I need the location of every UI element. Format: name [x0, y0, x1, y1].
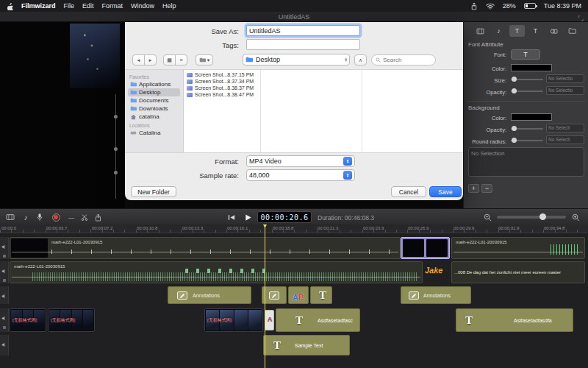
location-popup[interactable]: Desktop ▴▾ — [243, 54, 350, 66]
letter-a-sticker-clip[interactable]: A — [265, 310, 274, 330]
zoom-out-icon[interactable] — [482, 209, 492, 225]
keyframes[interactable] — [185, 269, 272, 273]
up-folder-button[interactable]: ∧ — [354, 54, 367, 66]
blade-icon[interactable] — [79, 209, 90, 225]
selected-video-clip[interactable] — [401, 237, 450, 259]
speaker-icon[interactable] — [1, 289, 7, 302]
sidebar-item-applications[interactable]: Applications — [128, 80, 180, 88]
video-clip[interactable]: [无损格式图] — [48, 308, 95, 332]
speaker-icon[interactable] — [1, 337, 7, 350]
sidebar-item-downloads[interactable]: Downloads — [128, 105, 180, 113]
save-as-input[interactable] — [246, 25, 360, 36]
menu-help[interactable]: Help — [162, 2, 176, 10]
title-inspector-icon[interactable]: T — [528, 25, 543, 37]
speaker-icon[interactable] — [1, 239, 7, 252]
list-view-button[interactable]: ≡ — [175, 54, 187, 66]
track-option-icon[interactable] — [3, 279, 6, 282]
icon-view-button[interactable]: ▦ — [163, 54, 176, 66]
app-menu[interactable]: Filmwizard — [21, 2, 56, 10]
library-inspector-icon[interactable] — [564, 25, 580, 37]
zoom-slider-knob[interactable] — [539, 213, 546, 220]
bg-opacity-slider[interactable] — [511, 125, 543, 132]
file-row[interactable]: Screen Shot...8.38.47 PM — [184, 91, 259, 98]
size-slider[interactable] — [511, 76, 543, 82]
size-field[interactable]: No Selectio — [546, 74, 584, 83]
track-option-icon[interactable] — [3, 255, 6, 258]
music-note-icon[interactable]: ♪ — [21, 209, 31, 225]
remove-button[interactable]: − — [481, 184, 492, 193]
menu-edit[interactable]: Edit — [82, 2, 94, 10]
opacity-slider[interactable] — [511, 88, 543, 94]
jake-sticker[interactable]: Jake — [425, 266, 442, 275]
text-inspector-icon[interactable]: T — [509, 25, 525, 37]
text-title-clip[interactable]: T Sample Text — [263, 335, 350, 355]
wifi-icon[interactable] — [486, 3, 495, 10]
format-popup[interactable]: MP4 Video ▴▾ — [246, 155, 355, 167]
airplay-icon[interactable] — [470, 2, 478, 10]
save-button[interactable]: Save — [429, 186, 462, 197]
mic-icon[interactable] — [35, 209, 44, 225]
track-option-icon[interactable] — [3, 326, 6, 329]
sample-rate-popup[interactable]: 48,000 ▴▾ — [246, 169, 355, 181]
file-row[interactable]: Screen Shot...8.37.34 PM — [184, 78, 259, 85]
audio-inspector-icon[interactable]: ♪ — [491, 25, 506, 37]
action-menu-button[interactable]: ▾ — [196, 54, 213, 66]
video-clip[interactable]: math-e222-L01-20030915 — [10, 237, 401, 259]
ab-sticker-clip[interactable]: AB — [288, 286, 309, 304]
sidebar-item-desktop[interactable]: Desktop — [128, 88, 180, 96]
annotation-clip[interactable] — [262, 286, 287, 304]
video-clip[interactable]: [无损格式图] — [10, 308, 46, 332]
video-clip[interactable]: math-e222-L01-20030915 — [10, 261, 423, 283]
sidebar-item-catalina-home[interactable]: catalina — [128, 113, 180, 121]
text-title-clip[interactable]: T — [310, 286, 332, 304]
cancel-button[interactable]: Cancel — [391, 186, 426, 197]
zoom-slider[interactable] — [497, 216, 566, 219]
add-media-icon[interactable] — [4, 209, 16, 225]
text-title-clip[interactable]: T Asdfasetadfasc — [276, 308, 360, 332]
record-button[interactable] — [50, 209, 62, 225]
share-icon[interactable] — [93, 209, 103, 225]
fullscreen-icon[interactable] — [578, 14, 584, 24]
annotation-clip[interactable]: Annotations — [168, 286, 251, 304]
remove-icon[interactable]: — — [66, 209, 76, 225]
bg-color-swatch[interactable] — [511, 113, 552, 121]
round-radius-slider[interactable] — [511, 137, 543, 144]
sidebar-item-catalina-disk[interactable]: Catalina — [128, 129, 180, 137]
new-folder-button[interactable]: New Folder — [131, 186, 176, 197]
menu-file[interactable]: File — [64, 2, 75, 10]
opacity-field[interactable]: No Selectio — [546, 86, 584, 95]
search-input[interactable] — [383, 57, 429, 63]
bg-opacity-field[interactable]: No Selecti — [546, 124, 584, 132]
video-clip[interactable]: [无损格式图] — [204, 308, 263, 332]
speaker-icon[interactable] — [1, 311, 7, 324]
menu-window[interactable]: Window — [131, 2, 154, 10]
caption-clip[interactable]: ...008 De dag dat het zonlicht niet meer… — [451, 261, 585, 283]
file-row[interactable]: Screen Shot...8.37.15 PM — [184, 71, 259, 78]
play-button[interactable] — [241, 209, 254, 225]
selection-text-box[interactable]: No Selection — [468, 147, 584, 177]
add-button[interactable]: + — [468, 184, 479, 193]
menu-format[interactable]: Format — [102, 2, 123, 10]
back-button[interactable]: ◂ — [132, 54, 145, 66]
text-title-clip[interactable]: T Asifasetadfasdfa — [456, 308, 573, 332]
video-clip[interactable]: math-e222-L01-20030915 — [451, 237, 585, 259]
zoom-in-icon[interactable] — [570, 209, 581, 225]
annotation-clip[interactable]: Annotations — [401, 286, 471, 304]
tags-input[interactable] — [246, 39, 360, 50]
previous-frame-button[interactable] — [225, 209, 238, 225]
apple-menu-icon[interactable] — [7, 2, 13, 10]
sidebar-item-documents[interactable]: Documents — [128, 96, 180, 105]
timeline-ruler[interactable]: 00:00.0 00:00:03.7 00:00:07.2 00:00:10.8… — [0, 224, 588, 233]
vertical-slider[interactable] — [115, 94, 117, 199]
shapes-inspector-icon[interactable] — [546, 25, 562, 37]
speaker-icon[interactable] — [1, 263, 7, 277]
font-button[interactable]: T — [511, 49, 540, 60]
menu-bar-clock[interactable]: Tue 8:39 PM — [544, 2, 581, 10]
forward-button[interactable]: ▸ — [144, 54, 157, 66]
font-color-swatch[interactable] — [511, 64, 552, 71]
video-preview-thumbnail[interactable] — [70, 24, 120, 88]
round-radius-field[interactable]: No Selecti — [546, 135, 584, 144]
media-inspector-icon[interactable] — [473, 25, 488, 37]
search-field[interactable] — [371, 54, 436, 66]
file-row[interactable]: Screen Shot...8.38.37 PM — [184, 85, 259, 91]
